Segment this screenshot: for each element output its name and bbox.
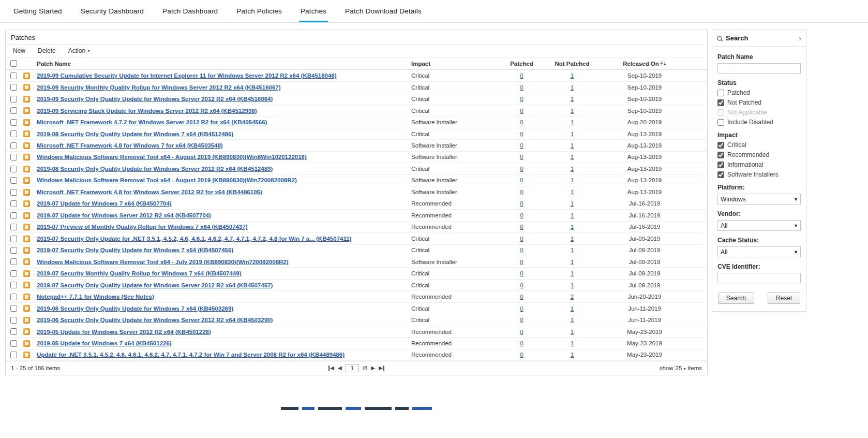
patched-count-link[interactable]: 0 <box>520 84 523 91</box>
patched-count-link[interactable]: 0 <box>520 177 523 183</box>
search-button[interactable]: Search <box>718 293 754 304</box>
patch-name-link[interactable]: 2019-07 Security Only Update for .NET 3.… <box>37 236 351 242</box>
patch-name-link[interactable]: Microsoft .NET Framework 4.7.2 for Windo… <box>37 119 267 125</box>
new-button[interactable]: New <box>13 47 25 54</box>
patched-count-link[interactable]: 0 <box>520 305 523 312</box>
row-checkbox[interactable] <box>10 72 17 79</box>
not-patched-count-link[interactable]: 1 <box>571 142 574 149</box>
not-patched-count-link[interactable]: 1 <box>571 72 574 79</box>
not-patched-count-link[interactable]: 1 <box>571 352 574 358</box>
impact-informational-checkbox[interactable] <box>717 162 724 168</box>
patched-count-link[interactable]: 0 <box>520 340 523 346</box>
patched-count-link[interactable]: 0 <box>520 96 523 102</box>
status-include-disabled[interactable]: Include Disabled <box>717 119 801 126</box>
patched-count-link[interactable]: 0 <box>520 108 523 114</box>
status-not-applicable-checkbox[interactable] <box>717 109 724 116</box>
col-patched[interactable]: Patched <box>500 57 544 70</box>
tab-patch-download-details[interactable]: Patch Download Details <box>345 0 422 22</box>
patched-count-link[interactable]: 0 <box>520 317 523 323</box>
patched-count-link[interactable]: 0 <box>520 166 523 172</box>
patched-count-link[interactable]: 0 <box>520 224 523 230</box>
col-patch-name[interactable]: Patch Name <box>35 57 409 70</box>
row-checkbox[interactable] <box>10 294 17 300</box>
not-patched-count-link[interactable]: 1 <box>571 259 574 265</box>
patch-name-link[interactable]: 2019-09 Cumulative Security Update for I… <box>37 72 337 79</box>
not-patched-count-link[interactable]: 1 <box>571 212 574 218</box>
not-patched-count-link[interactable]: 1 <box>571 270 574 276</box>
row-checkbox[interactable] <box>10 107 17 114</box>
patched-count-link[interactable]: 0 <box>520 131 523 137</box>
col-not-patched[interactable]: Not Patched <box>544 57 601 70</box>
not-patched-count-link[interactable]: 1 <box>571 282 574 288</box>
collapse-panel-chevron-icon[interactable]: › <box>799 34 801 42</box>
tab-patch-dashboard[interactable]: Patch Dashboard <box>162 0 218 22</box>
status-include-disabled-checkbox[interactable] <box>717 119 724 126</box>
not-patched-count-link[interactable]: 1 <box>571 236 574 242</box>
patched-count-link[interactable]: 0 <box>520 236 523 242</box>
row-checkbox[interactable] <box>10 224 17 230</box>
row-checkbox[interactable] <box>10 236 17 242</box>
row-checkbox[interactable] <box>10 328 17 335</box>
not-patched-count-link[interactable]: 1 <box>571 119 574 125</box>
patched-count-link[interactable]: 0 <box>520 352 523 358</box>
patch-name-link[interactable]: 2019-08 Security Only Quality Update for… <box>37 131 233 137</box>
platform-select[interactable]: Windows ▼ <box>717 194 801 205</box>
patch-name-link[interactable]: Windows Malicious Software Removal Tool … <box>37 177 297 183</box>
patch-name-link[interactable]: 2019-07 Security Only Quality Update for… <box>37 282 273 288</box>
not-patched-count-link[interactable]: 1 <box>571 189 574 195</box>
not-patched-count-link[interactable]: 1 <box>571 108 574 114</box>
not-patched-count-link[interactable]: 1 <box>571 224 574 230</box>
not-patched-count-link[interactable]: 1 <box>571 329 574 335</box>
previous-page-icon[interactable]: ◀ <box>338 366 342 371</box>
patch-name-link[interactable]: 2019-07 Preview of Monthly Quality Rollu… <box>37 224 248 230</box>
impact-recommended[interactable]: Recommended <box>717 151 801 158</box>
patched-count-link[interactable]: 0 <box>520 270 523 276</box>
not-patched-count-link[interactable]: 1 <box>571 96 574 102</box>
patched-count-link[interactable]: 0 <box>520 189 523 195</box>
patched-count-link[interactable]: 0 <box>520 294 523 300</box>
not-patched-count-link[interactable]: 1 <box>571 177 574 183</box>
row-checkbox[interactable] <box>10 212 17 219</box>
patched-count-link[interactable]: 0 <box>520 142 523 149</box>
page-size-dropdown[interactable]: 25 ▾ <box>675 365 685 371</box>
row-checkbox[interactable] <box>10 270 17 277</box>
first-page-icon[interactable]: ◀ <box>328 366 334 371</box>
cve-identifier-input[interactable] <box>717 273 801 283</box>
impact-critical[interactable]: Critical <box>717 141 801 149</box>
page-number-input[interactable] <box>346 364 359 372</box>
row-checkbox[interactable] <box>10 166 17 172</box>
not-patched-count-link[interactable]: 1 <box>571 317 574 323</box>
patch-name-link[interactable]: Windows Malicious Software Removal Tool … <box>37 154 307 160</box>
row-checkbox[interactable] <box>10 200 17 207</box>
patch-name-link[interactable]: Update for .NET 3.5.1, 4.5.2, 4.6, 4.6.1… <box>37 352 345 358</box>
last-page-icon[interactable]: ▶ <box>379 366 384 371</box>
reset-button[interactable]: Reset <box>768 293 800 304</box>
row-checkbox[interactable] <box>10 305 17 312</box>
not-patched-count-link[interactable]: 1 <box>571 131 574 137</box>
patched-count-link[interactable]: 0 <box>520 72 523 79</box>
patch-name-link[interactable]: Microsoft .NET Framework 4.8 for Windows… <box>37 189 262 195</box>
patched-count-link[interactable]: 0 <box>520 119 523 125</box>
patch-name-link[interactable]: 2019-07 Security Monthly Quality Rollup … <box>37 270 241 276</box>
patch-name-link[interactable]: 2019-06 Security Only Quality Update for… <box>37 317 273 323</box>
impact-software-installers[interactable]: Software Installers <box>717 171 801 178</box>
patch-name-link[interactable]: Windows Malicious Software Removal Tool … <box>37 259 289 265</box>
tab-patches[interactable]: Patches <box>301 0 326 22</box>
row-checkbox[interactable] <box>10 119 17 126</box>
row-checkbox[interactable] <box>10 258 17 265</box>
impact-recommended-checkbox[interactable] <box>717 152 724 158</box>
row-checkbox[interactable] <box>10 96 17 103</box>
patched-count-link[interactable]: 0 <box>520 154 523 160</box>
patched-count-link[interactable]: 0 <box>520 259 523 265</box>
row-checkbox[interactable] <box>10 247 17 254</box>
not-patched-count-link[interactable]: 1 <box>571 305 574 312</box>
impact-informational[interactable]: Informational <box>717 161 801 168</box>
row-checkbox[interactable] <box>10 282 17 288</box>
status-patched-checkbox[interactable] <box>717 90 724 96</box>
impact-critical-checkbox[interactable] <box>717 142 724 149</box>
select-all-checkbox[interactable] <box>10 60 17 67</box>
patch-name-link[interactable]: 2019-05 Update for Windows 7 x64 (KB4501… <box>37 340 172 346</box>
row-checkbox[interactable] <box>10 130 17 137</box>
patched-count-link[interactable]: 0 <box>520 200 523 207</box>
row-checkbox[interactable] <box>10 177 17 184</box>
